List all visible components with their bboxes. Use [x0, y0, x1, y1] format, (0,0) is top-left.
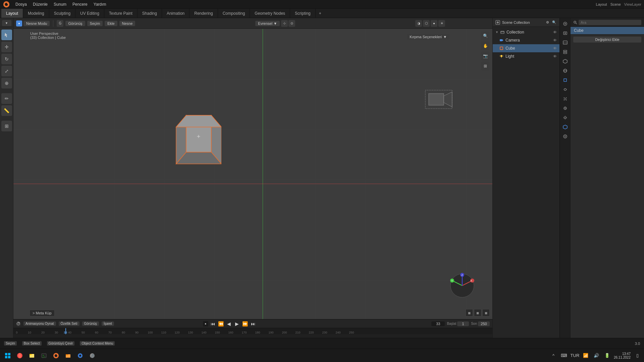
tab-shading[interactable]: Shading: [138, 9, 162, 18]
keyframe-dot[interactable]: ●: [203, 321, 208, 326]
windows-start-btn[interactable]: [3, 351, 13, 361]
network-icon[interactable]: 📶: [582, 352, 590, 360]
camera-view-btn[interactable]: 📷: [481, 52, 490, 60]
tab-layout[interactable]: Layout: [1, 9, 23, 18]
tool-scale[interactable]: ⤢: [1, 66, 12, 76]
prop-object-icon[interactable]: [561, 76, 570, 84]
property-set-btn[interactable]: Özellik Seti: [59, 321, 79, 326]
browser-icon[interactable]: [15, 351, 25, 361]
menu-help[interactable]: Yardım: [91, 1, 109, 7]
current-frame-display[interactable]: 33: [431, 321, 445, 326]
kirpma-btn[interactable]: Kırpma Seçenekleri ▼: [407, 34, 449, 40]
snap-btn[interactable]: ⊹: [281, 20, 288, 27]
camera-vis[interactable]: 👁: [553, 38, 557, 42]
timeline-ruler[interactable]: 0 10 20 30 33 40 50 60 70 80 90 100 110 …: [13, 328, 492, 334]
prop-scene-props-icon[interactable]: [561, 57, 570, 66]
tool-move[interactable]: ✛: [1, 42, 12, 52]
prop-world-icon[interactable]: [561, 66, 570, 75]
light-item[interactable]: Light 👁: [493, 52, 559, 60]
play-begin-btn[interactable]: ⏮: [210, 320, 216, 327]
animate-btn[interactable]: Animasyonu Oynat: [23, 321, 56, 326]
prop-viewlayer-icon[interactable]: [561, 48, 570, 56]
files-icon[interactable]: [27, 351, 37, 361]
select-menu[interactable]: Seçim: [87, 21, 103, 26]
scene-collection-item[interactable]: ▼ Collection 👁: [493, 28, 559, 36]
tab-scripting[interactable]: Scripting: [290, 9, 316, 18]
prop-modifier-icon[interactable]: [561, 85, 570, 94]
tool-rotate[interactable]: ↻: [1, 54, 12, 64]
viewport-shading-rendered[interactable]: ☀: [438, 20, 445, 27]
add-modifier-btn[interactable]: Değiştirici Ekle: [573, 37, 641, 43]
tool-add[interactable]: ⊞: [1, 121, 12, 131]
taskbar-arrow-up[interactable]: ^: [549, 352, 557, 360]
tool-measure[interactable]: 📏: [1, 105, 12, 116]
prop-output-icon[interactable]: [561, 38, 570, 47]
play-forward-btn[interactable]: ▶: [234, 320, 240, 327]
collection-vis[interactable]: 👁: [553, 30, 557, 34]
play-prev-btn[interactable]: ⏪: [218, 320, 224, 327]
prop-physics-icon[interactable]: [561, 104, 570, 113]
tab-rendering[interactable]: Rendering: [190, 9, 218, 18]
prop-particles-icon[interactable]: [561, 95, 570, 103]
viewport-nav-1[interactable]: ◼: [466, 309, 473, 316]
camera-object[interactable]: [422, 82, 455, 116]
other-icon[interactable]: 🎵: [87, 351, 97, 361]
tool-select[interactable]: [1, 29, 12, 40]
viewport-nav-3[interactable]: ◼: [482, 309, 490, 316]
tab-compositing[interactable]: Compositing: [218, 9, 250, 18]
tool-transform[interactable]: ⊕: [1, 78, 12, 88]
view-menu[interactable]: Görünüş: [65, 21, 85, 26]
camera-item[interactable]: Camera 👁: [493, 36, 559, 44]
viewport-shading-material[interactable]: ●: [431, 20, 437, 27]
prop-scene-icon[interactable]: [561, 19, 570, 28]
grid-view-btn[interactable]: ⊞: [481, 62, 490, 70]
tab-animation[interactable]: Animation: [162, 9, 190, 18]
terminal-icon[interactable]: _>_: [39, 351, 49, 361]
show-desktop-btn[interactable]: ▯: [633, 352, 641, 360]
pan-btn[interactable]: ✋: [481, 42, 490, 50]
viewport-3d[interactable]: ● Nesne Modu G Görünüş Seçim Ekle Nesne: [13, 18, 492, 319]
play-end-btn[interactable]: ⏭: [250, 320, 257, 327]
tab-uv-editing[interactable]: UV Editing: [75, 9, 104, 18]
tab-sculpting[interactable]: Sculpting: [49, 9, 75, 18]
menu-render[interactable]: Sunum: [51, 1, 69, 7]
end-frame-field[interactable]: 250: [478, 321, 490, 326]
blender-taskbar-icon[interactable]: [51, 351, 61, 361]
prop-data-icon[interactable]: [561, 123, 570, 131]
lang-indicator[interactable]: TUR: [571, 352, 579, 360]
tab-geometry-nodes[interactable]: Geometry Nodes: [250, 9, 290, 18]
cube-3d-object[interactable]: [168, 109, 221, 170]
speaker-icon[interactable]: 🔊: [592, 352, 600, 360]
environment-selector[interactable]: Evrensel ▼: [255, 21, 280, 26]
cube-vis[interactable]: 👁: [553, 46, 557, 50]
view-btn[interactable]: Görünüş: [82, 321, 99, 326]
play-next-btn[interactable]: ⏩: [242, 320, 249, 327]
add-menu[interactable]: Ekle: [105, 21, 117, 26]
mark-btn[interactable]: İşaret: [102, 321, 114, 326]
object-menu[interactable]: Nesne: [119, 21, 136, 26]
global-local-toggle[interactable]: G: [57, 20, 63, 27]
keyboard-icon[interactable]: ⌨: [560, 352, 568, 360]
add-workspace-button[interactable]: +: [316, 9, 325, 18]
tool-annotate[interactable]: ✏: [1, 93, 12, 104]
timeline-icon[interactable]: ⏱: [16, 321, 21, 326]
prop-render-icon[interactable]: [561, 29, 570, 38]
menu-window[interactable]: Pencere: [70, 1, 90, 7]
play-back-btn[interactable]: ◀: [226, 320, 232, 327]
properties-search-input[interactable]: [579, 20, 641, 25]
viewport-nav-2[interactable]: ◼: [474, 309, 481, 316]
proportional-btn[interactable]: ⊙: [288, 20, 295, 27]
menu-edit[interactable]: Düzenle: [30, 1, 50, 7]
folder-icon[interactable]: [63, 351, 73, 361]
object-mode-btn[interactable]: Nesne Modu: [23, 21, 50, 26]
tab-modeling[interactable]: Modeling: [23, 9, 49, 18]
orientation-gizmo[interactable]: X Y Z: [449, 272, 476, 299]
cube-item[interactable]: Cube 👁: [493, 44, 559, 52]
outliner-search-btn[interactable]: 🔍: [551, 20, 557, 25]
active-object-prop[interactable]: Cube: [571, 27, 644, 35]
menu-file[interactable]: Dosya: [13, 1, 30, 7]
prop-constraints-icon[interactable]: [561, 113, 570, 122]
outliner-filter-btn[interactable]: ⚙: [545, 20, 550, 25]
zoom-in-btn[interactable]: 🔍: [481, 32, 490, 40]
settings-icon[interactable]: [75, 351, 85, 361]
